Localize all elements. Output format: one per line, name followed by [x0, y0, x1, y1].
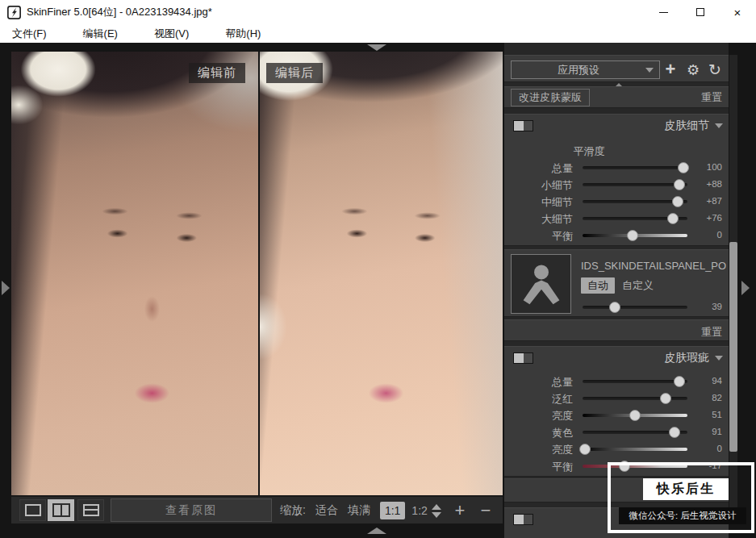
slider-row: 黄色91: [504, 423, 729, 440]
slider-track[interactable]: [583, 414, 687, 417]
view-mode-split-button[interactable]: [48, 499, 74, 521]
view-original-button[interactable]: 查看原图: [111, 498, 272, 522]
slider-track[interactable]: [583, 397, 687, 400]
spinner-up-icon[interactable]: [432, 504, 441, 510]
after-label: 编辑后: [266, 63, 323, 83]
slider-thumb[interactable]: [629, 410, 641, 421]
preset-dropdown[interactable]: 应用预设: [511, 60, 660, 79]
mask-row: 改进皮肤蒙版 重置: [504, 86, 729, 108]
zoom-label: 缩放:: [280, 503, 306, 518]
slider-thumb[interactable]: [674, 376, 685, 387]
slider-track[interactable]: [583, 448, 687, 451]
zoom-1-2-button[interactable]: 1:2: [411, 504, 427, 517]
minimize-icon: [659, 12, 668, 13]
slider-track[interactable]: [583, 234, 687, 237]
zoom-1-1-button[interactable]: 1:1: [380, 502, 405, 519]
slider-row: 亮度51: [504, 407, 729, 423]
horizontal-view-icon: [83, 504, 99, 516]
slider-row: 平衡0: [504, 227, 729, 244]
slider-row: 泛红82: [504, 390, 729, 407]
skin-detail-section: 皮肤细节 平滑度 总量100 小细节+88 中细节+87 大细节+76 平衡0: [504, 114, 729, 246]
before-label: 编辑前: [189, 63, 245, 83]
slider-thumb[interactable]: [660, 393, 671, 404]
close-button[interactable]: ×: [719, 0, 756, 24]
slider-track[interactable]: [583, 217, 687, 220]
close-icon: ×: [734, 6, 741, 19]
chevron-down-icon: [645, 68, 654, 73]
slider-track[interactable]: [583, 431, 687, 434]
app-logo-icon: [7, 6, 21, 19]
slider-thumb[interactable]: [674, 179, 685, 190]
menu-file[interactable]: 文件(F): [4, 24, 55, 44]
slider-row: 中细节+87: [504, 193, 729, 210]
slider-thumb[interactable]: [609, 302, 620, 313]
maximize-button[interactable]: [682, 0, 719, 24]
watermark-title: 快乐后生: [643, 478, 729, 500]
view-mode-single-button[interactable]: [19, 499, 46, 521]
skin-detail-collapse-icon[interactable]: [715, 123, 723, 128]
menu-help[interactable]: 帮助(H): [217, 24, 269, 44]
skin-detail-title: 皮肤细节: [664, 119, 709, 133]
expand-left-panel-icon[interactable]: [2, 281, 10, 295]
watermark-subtitle: 微信公众号: 后生视觉设计: [619, 507, 746, 524]
custom-button[interactable]: 自定义: [617, 277, 658, 294]
view-mode-horizontal-button[interactable]: [77, 499, 104, 521]
maximize-icon: [696, 8, 704, 16]
next-section-toggle[interactable]: [513, 514, 533, 525]
slider-thumb[interactable]: [672, 196, 683, 207]
title-bar: SkinFiner 5.0[64位] - 0A223139434.jpg* ×: [0, 0, 756, 24]
preset-dropdown-label: 应用预设: [512, 63, 645, 77]
zoom-out-button[interactable]: −: [475, 500, 496, 521]
app-window: SkinFiner 5.0[64位] - 0A223139434.jpg* × …: [0, 0, 756, 538]
zoom-fit-button[interactable]: 适合: [315, 503, 338, 518]
window-title: SkinFiner 5.0[64位] - 0A223139434.jpg*: [27, 5, 212, 19]
slider-thumb[interactable]: [678, 162, 689, 173]
skin-detail-reset-row: 重置: [504, 319, 729, 341]
slider-track[interactable]: [583, 306, 687, 309]
menu-edit[interactable]: 编辑(E): [75, 24, 126, 44]
photo-before[interactable]: 编辑前: [11, 52, 258, 495]
settings-button[interactable]: ⚙: [683, 56, 703, 83]
collapse-top-icon[interactable]: [367, 44, 386, 51]
slider-row: 小细节+88: [504, 176, 729, 193]
smoothness-label: 平滑度: [504, 144, 674, 159]
menu-view[interactable]: 视图(V): [146, 24, 197, 44]
skin-detail-reset-button[interactable]: 重置: [701, 325, 722, 340]
spinner-down-icon[interactable]: [432, 512, 441, 518]
zoom-in-button[interactable]: +: [449, 500, 470, 521]
auto-button[interactable]: 自动: [581, 277, 615, 294]
panel-scrollbar[interactable]: [729, 55, 737, 523]
portrait-panel-label: IDS_SKINDETAILSPANEL_PORTR: [581, 260, 726, 272]
slider-row: 总量100: [504, 159, 729, 176]
slider-thumb[interactable]: [627, 230, 638, 241]
slider-row: 总量94: [504, 373, 729, 390]
mask-reset-button[interactable]: 重置: [701, 90, 722, 105]
zoom-fill-button[interactable]: 填满: [348, 503, 370, 518]
scrollbar-thumb[interactable]: [729, 242, 737, 452]
blemish-section: 皮肤瑕疵 总量94 泛红82 亮度51 黄色91 亮度0: [504, 346, 729, 477]
slider-track[interactable]: [583, 200, 687, 203]
portrait-row: IDS_SKINDETAILSPANEL_PORTR 自动 自定义 39: [504, 249, 729, 317]
slider-thumb[interactable]: [579, 444, 591, 455]
add-preset-button[interactable]: +: [661, 56, 680, 83]
collapse-bottom-icon[interactable]: [367, 528, 386, 534]
slider-track[interactable]: [583, 183, 687, 186]
improve-skin-mask-button[interactable]: 改进皮肤蒙版: [511, 89, 590, 106]
photo-after[interactable]: 编辑后: [260, 52, 503, 495]
slider-track[interactable]: [583, 166, 687, 169]
minimize-button[interactable]: [645, 0, 682, 24]
watermark-frame: 快乐后生 微信公众号: 后生视觉设计: [608, 462, 754, 533]
single-view-icon: [25, 504, 41, 516]
skin-detail-toggle[interactable]: [513, 120, 533, 131]
slider-row: 大细节+76: [504, 210, 729, 227]
blemish-collapse-icon[interactable]: [715, 356, 723, 361]
blemish-toggle[interactable]: [513, 352, 533, 364]
slider-row: 39: [504, 298, 729, 315]
slider-thumb[interactable]: [669, 427, 680, 438]
slider-thumb[interactable]: [667, 213, 679, 224]
reset-all-button[interactable]: ↻: [705, 56, 725, 83]
split-view-icon: [52, 503, 70, 517]
slider-track[interactable]: [583, 380, 687, 383]
ratio-spinner[interactable]: [432, 504, 441, 518]
collapse-right-panel-icon[interactable]: [741, 281, 750, 295]
